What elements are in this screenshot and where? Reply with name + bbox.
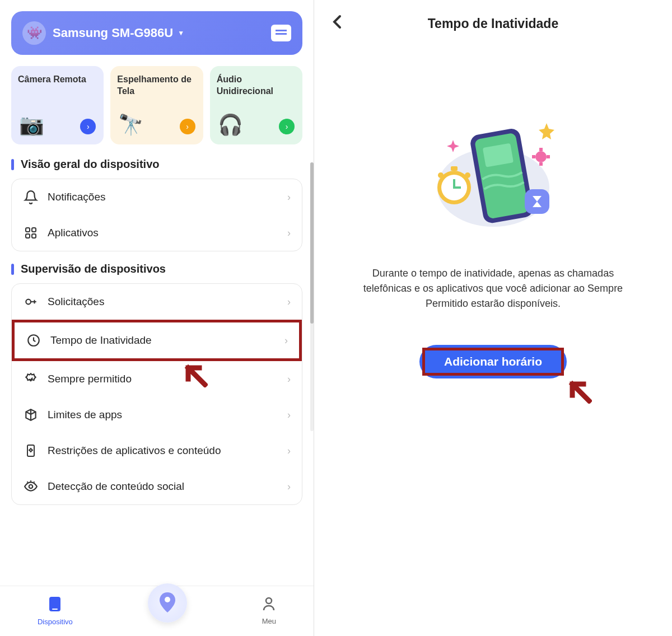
chevron-right-icon: ›: [287, 191, 291, 203]
chevron-left-icon: [331, 14, 342, 30]
bottom-nav: Dispositivo Meu: [0, 586, 314, 636]
svg-rect-24: [451, 166, 458, 171]
nav-label: Dispositivo: [38, 618, 73, 626]
list-item-label: Limites de apps: [48, 409, 278, 421]
feature-card-audio[interactable]: Áudio Unidirecional 🎧 ›: [210, 66, 302, 144]
list-item-label: Notificações: [48, 191, 278, 203]
feature-card-title: Câmera Remota: [18, 74, 97, 86]
list-item-label: Solicitações: [48, 296, 278, 308]
overview-group: Notificações › Aplicativos ›: [11, 179, 302, 251]
supervision-group: Solicitações › Tempo de Inatividade › Se…: [11, 283, 302, 505]
nav-center-location[interactable]: [148, 583, 187, 623]
back-button[interactable]: [331, 14, 353, 34]
list-item-notifications[interactable]: Notificações ›: [12, 179, 302, 215]
gear-badge-icon: [23, 371, 39, 387]
list-item-downtime[interactable]: Tempo de Inatividade ›: [12, 320, 302, 361]
nav-item-device[interactable]: Dispositivo: [38, 596, 73, 626]
cube-icon: [23, 407, 39, 423]
svg-point-11: [165, 597, 170, 602]
clock-icon: [26, 333, 41, 348]
svg-rect-2: [26, 234, 30, 238]
section-title-supervision: Supervisão de dispositivos: [21, 263, 166, 275]
device-selector-header[interactable]: 👾 Samsung SM-G986U ▼: [11, 11, 302, 55]
chevron-right-icon: ›: [287, 296, 291, 308]
svg-rect-15: [539, 148, 543, 151]
svg-rect-10: [52, 609, 58, 610]
feature-card-camera[interactable]: Câmera Remota 📷 ›: [11, 66, 104, 144]
chevron-right-icon: ›: [287, 227, 291, 239]
person-icon: [262, 597, 276, 615]
svg-rect-17: [547, 155, 550, 158]
device-avatar-icon: 👾: [22, 21, 46, 45]
list-item-label: Tempo de Inatividade: [50, 334, 276, 347]
feature-card-title: Áudio Unidirecional: [217, 74, 296, 97]
key-icon: [23, 294, 39, 310]
svg-rect-3: [32, 234, 36, 238]
list-item-label: Aplicativos: [48, 227, 278, 239]
add-schedule-button[interactable]: Adicionar horário: [419, 345, 567, 378]
device-icon: [49, 596, 61, 615]
arrow-right-icon: ›: [180, 119, 195, 134]
svg-point-7: [30, 449, 32, 451]
list-item-requests[interactable]: Solicitações ›: [12, 284, 302, 320]
eye-icon: [23, 479, 39, 494]
annotation-arrow-icon: [564, 376, 592, 404]
device-name: Samsung SM-G986U: [53, 26, 173, 40]
chevron-down-icon: ▼: [178, 29, 184, 37]
svg-rect-18: [532, 155, 535, 158]
list-item-label: Detecção de conteúdo social: [48, 480, 278, 493]
phone-settings-icon: [23, 443, 39, 459]
list-item-social-detection[interactable]: Detecção de conteúdo social ›: [12, 469, 302, 504]
binoculars-icon: 🔭: [118, 113, 143, 137]
feature-card-row: Câmera Remota 📷 › Espelhamento de Tela 🔭…: [11, 66, 302, 144]
list-item-always-allowed[interactable]: Sempre permitido ›: [12, 361, 302, 397]
svg-rect-0: [26, 228, 30, 232]
list-item-label: Restrições de aplicativos e conteúdo: [48, 445, 278, 457]
section-accent-bar: [11, 264, 14, 275]
annotation-highlight: [422, 348, 564, 376]
chevron-right-icon: ›: [287, 409, 291, 421]
list-item-restrictions[interactable]: Restrições de aplicativos e conteúdo ›: [12, 433, 302, 469]
list-item-app-limits[interactable]: Limites de apps ›: [12, 397, 302, 433]
svg-point-26: [465, 172, 470, 178]
nav-item-me[interactable]: Meu: [262, 597, 276, 625]
svg-point-14: [535, 151, 547, 162]
svg-point-25: [438, 172, 444, 178]
apps-grid-icon: [23, 225, 39, 241]
chevron-right-icon: ›: [287, 481, 291, 493]
svg-point-12: [266, 598, 272, 604]
chat-icon[interactable]: [271, 25, 291, 41]
bell-icon: [23, 189, 39, 205]
svg-rect-1: [32, 228, 36, 232]
page-title: Tempo de Inatividade: [353, 16, 633, 31]
camera-icon: 📷: [19, 113, 44, 137]
list-item-apps[interactable]: Aplicativos ›: [12, 215, 302, 251]
downtime-illustration: [415, 115, 572, 244]
nav-label: Meu: [262, 617, 276, 625]
location-pin-icon: [158, 591, 177, 615]
svg-rect-16: [539, 162, 543, 166]
svg-point-4: [26, 300, 31, 305]
chevron-right-icon: ›: [287, 445, 291, 457]
chevron-right-icon: ›: [284, 335, 288, 347]
annotation-arrow-icon: [180, 359, 208, 387]
arrow-right-icon: ›: [279, 119, 295, 134]
arrow-right-icon: ›: [80, 119, 96, 134]
downtime-setup-page: Tempo de Inatividade: [314, 0, 672, 636]
section-title-overview: Visão geral do dispositivo: [21, 158, 159, 171]
headphones-icon: 🎧: [218, 113, 243, 137]
feature-card-mirror[interactable]: Espelhamento de Tela 🔭 ›: [110, 66, 203, 144]
chevron-right-icon: ›: [287, 373, 291, 385]
feature-card-title: Espelhamento de Tela: [117, 74, 196, 97]
downtime-description: Durante o tempo de inatividade, apenas a…: [359, 266, 628, 311]
device-dashboard: 👾 Samsung SM-G986U ▼ Câmera Remota 📷 › E…: [0, 0, 314, 636]
svg-point-8: [29, 485, 33, 489]
list-item-label: Sempre permitido: [48, 373, 278, 385]
section-accent-bar: [11, 159, 14, 170]
